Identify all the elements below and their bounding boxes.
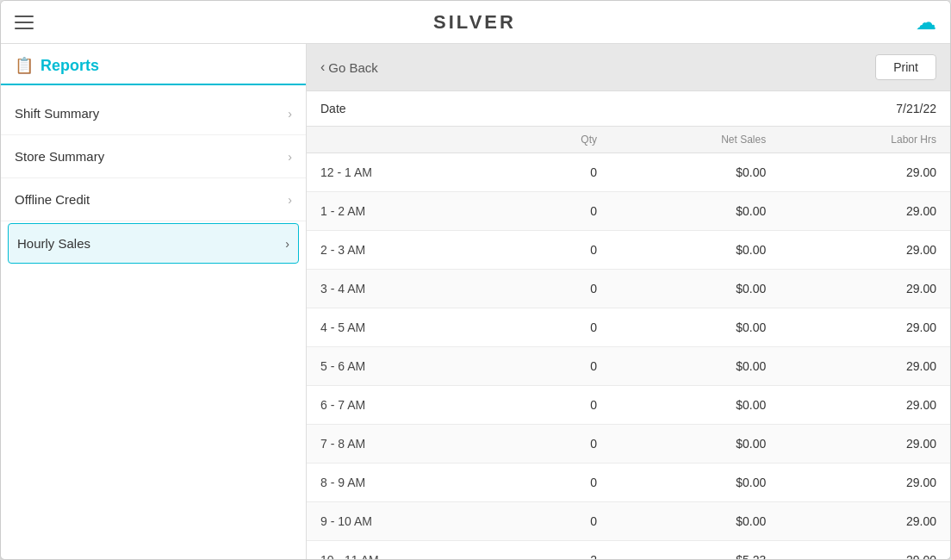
col-net-sales: Net Sales bbox=[611, 127, 780, 153]
cell-labor-hrs: 29.00 bbox=[780, 192, 950, 231]
cell-time: 8 - 9 AM bbox=[307, 464, 509, 502]
cell-labor-hrs: 29.00 bbox=[780, 541, 950, 560]
cell-time: 5 - 6 AM bbox=[307, 347, 509, 386]
content-area: ‹ Go Back Print Date 7/21/22 bbox=[307, 44, 950, 559]
cell-time: 10 - 11 AM bbox=[307, 541, 509, 560]
table-container[interactable]: Date 7/21/22 Qty Net Sales Labor Hrs 1 bbox=[307, 91, 950, 559]
col-qty: Qty bbox=[509, 127, 611, 153]
app-container: SILVER ☁ 📋 Reports Shift Summary › Store… bbox=[0, 0, 951, 560]
cell-net-sales: $0.00 bbox=[611, 347, 780, 386]
cell-time: 1 - 2 AM bbox=[307, 192, 509, 231]
cell-time: 4 - 5 AM bbox=[307, 308, 509, 347]
cell-qty: 0 bbox=[509, 270, 611, 308]
print-button[interactable]: Print bbox=[875, 54, 936, 80]
cell-net-sales: $0.00 bbox=[611, 464, 780, 502]
chevron-icon-offline-credit: › bbox=[288, 193, 292, 207]
chevron-icon-store-summary: › bbox=[288, 150, 292, 164]
sidebar-item-label-offline-credit: Offline Credit bbox=[15, 192, 90, 207]
sidebar-item-label-hourly-sales: Hourly Sales bbox=[17, 236, 90, 251]
content-header: ‹ Go Back Print bbox=[307, 44, 950, 91]
sidebar: 📋 Reports Shift Summary › Store Summary … bbox=[1, 44, 307, 559]
sidebar-item-store-summary[interactable]: Store Summary › bbox=[1, 135, 306, 178]
sidebar-item-shift-summary[interactable]: Shift Summary › bbox=[1, 92, 306, 135]
cell-time: 12 - 1 AM bbox=[307, 153, 509, 192]
reports-header: 📋 Reports bbox=[1, 44, 306, 85]
table-row: 7 - 8 AM 0 $0.00 29.00 bbox=[307, 425, 950, 464]
sidebar-item-label-store-summary: Store Summary bbox=[15, 149, 104, 164]
table-header-row: Qty Net Sales Labor Hrs bbox=[307, 127, 950, 153]
table-row: 8 - 9 AM 0 $0.00 29.00 bbox=[307, 464, 950, 502]
cell-net-sales: $5.23 bbox=[611, 541, 780, 560]
sidebar-item-offline-credit[interactable]: Offline Credit › bbox=[1, 178, 306, 221]
col-labor-hrs: Labor Hrs bbox=[780, 127, 950, 153]
cell-net-sales: $0.00 bbox=[611, 192, 780, 231]
table-row: 3 - 4 AM 0 $0.00 29.00 bbox=[307, 270, 950, 308]
cell-net-sales: $0.00 bbox=[611, 386, 780, 425]
cell-labor-hrs: 29.00 bbox=[780, 347, 950, 386]
cell-qty: 2 bbox=[509, 541, 611, 560]
cell-labor-hrs: 29.00 bbox=[780, 153, 950, 192]
cell-net-sales: $0.00 bbox=[611, 308, 780, 347]
table-row: 1 - 2 AM 0 $0.00 29.00 bbox=[307, 192, 950, 231]
go-back-button[interactable]: ‹ Go Back bbox=[320, 59, 378, 75]
cell-labor-hrs: 29.00 bbox=[780, 425, 950, 464]
sidebar-item-label-shift-summary: Shift Summary bbox=[15, 106, 99, 121]
reports-icon: 📋 bbox=[15, 56, 34, 75]
cell-labor-hrs: 29.00 bbox=[780, 502, 950, 541]
app-title: SILVER bbox=[34, 11, 916, 34]
date-label: Date bbox=[307, 91, 509, 127]
cell-net-sales: $0.00 bbox=[611, 502, 780, 541]
col-time bbox=[307, 127, 509, 153]
date-row: Date 7/21/22 bbox=[307, 91, 950, 127]
table-row: 5 - 6 AM 0 $0.00 29.00 bbox=[307, 347, 950, 386]
cell-labor-hrs: 29.00 bbox=[780, 386, 950, 425]
reports-title: Reports bbox=[40, 57, 99, 75]
cell-net-sales: $0.00 bbox=[611, 270, 780, 308]
cell-qty: 0 bbox=[509, 347, 611, 386]
table-row: 2 - 3 AM 0 $0.00 29.00 bbox=[307, 231, 950, 270]
cell-time: 2 - 3 AM bbox=[307, 231, 509, 270]
table-row: 6 - 7 AM 0 $0.00 29.00 bbox=[307, 386, 950, 425]
cell-labor-hrs: 29.00 bbox=[780, 464, 950, 502]
cell-qty: 0 bbox=[509, 192, 611, 231]
top-bar: SILVER ☁ bbox=[1, 1, 950, 44]
table-row: 9 - 10 AM 0 $0.00 29.00 bbox=[307, 502, 950, 541]
cell-qty: 0 bbox=[509, 502, 611, 541]
sidebar-nav: Shift Summary › Store Summary › Offline … bbox=[1, 85, 306, 559]
cell-time: 7 - 8 AM bbox=[307, 425, 509, 464]
cell-time: 9 - 10 AM bbox=[307, 502, 509, 541]
top-bar-left bbox=[15, 16, 34, 29]
cloud-icon: ☁ bbox=[916, 10, 936, 34]
go-back-label: Go Back bbox=[328, 60, 378, 75]
cell-net-sales: $0.00 bbox=[611, 153, 780, 192]
data-rows: 12 - 1 AM 0 $0.00 29.00 1 - 2 AM 0 $0.00… bbox=[307, 153, 950, 560]
cell-qty: 0 bbox=[509, 386, 611, 425]
cell-labor-hrs: 29.00 bbox=[780, 308, 950, 347]
chevron-icon-hourly-sales: › bbox=[285, 237, 289, 251]
cell-time: 6 - 7 AM bbox=[307, 386, 509, 425]
cell-qty: 0 bbox=[509, 464, 611, 502]
table-row: 4 - 5 AM 0 $0.00 29.00 bbox=[307, 308, 950, 347]
cell-qty: 0 bbox=[509, 308, 611, 347]
chevron-icon-shift-summary: › bbox=[288, 107, 292, 121]
sidebar-item-hourly-sales[interactable]: Hourly Sales › bbox=[8, 223, 299, 264]
cell-qty: 0 bbox=[509, 231, 611, 270]
menu-icon[interactable] bbox=[15, 16, 34, 29]
cell-qty: 0 bbox=[509, 153, 611, 192]
date-value: 7/21/22 bbox=[509, 91, 950, 127]
table-row: 10 - 11 AM 2 $5.23 29.00 bbox=[307, 541, 950, 560]
cell-net-sales: $0.00 bbox=[611, 231, 780, 270]
back-chevron-icon: ‹ bbox=[320, 59, 325, 75]
report-table: Date 7/21/22 Qty Net Sales Labor Hrs 1 bbox=[307, 91, 950, 559]
cell-net-sales: $0.00 bbox=[611, 425, 780, 464]
table-row: 12 - 1 AM 0 $0.00 29.00 bbox=[307, 153, 950, 192]
cell-labor-hrs: 29.00 bbox=[780, 270, 950, 308]
cell-time: 3 - 4 AM bbox=[307, 270, 509, 308]
cell-qty: 0 bbox=[509, 425, 611, 464]
main-layout: 📋 Reports Shift Summary › Store Summary … bbox=[1, 44, 950, 559]
cell-labor-hrs: 29.00 bbox=[780, 231, 950, 270]
